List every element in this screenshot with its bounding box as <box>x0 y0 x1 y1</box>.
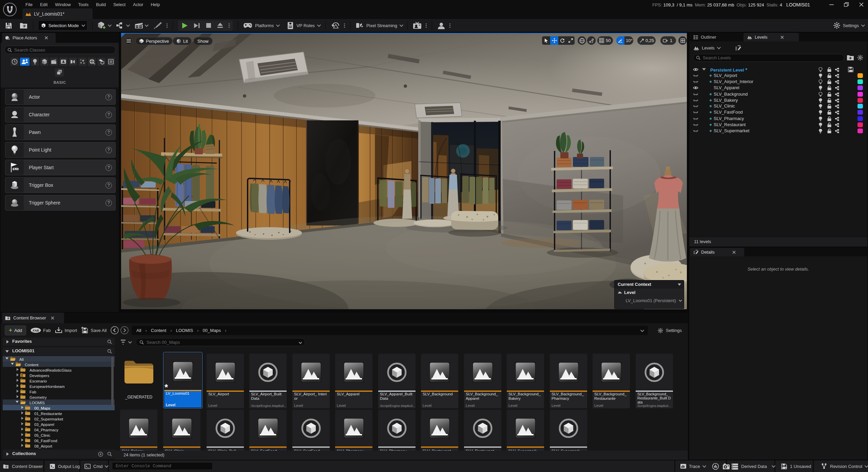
svg-text:FAB: FAB <box>33 329 39 332</box>
